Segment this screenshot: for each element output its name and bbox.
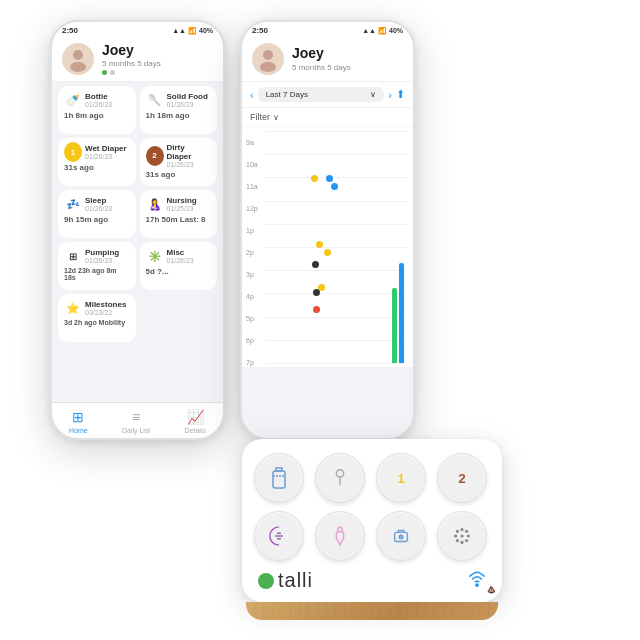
chart-dot	[312, 261, 319, 268]
svg-point-4	[336, 470, 343, 477]
wet-diaper-icon: 1	[64, 143, 82, 161]
activity-row-4: ⊞ Pumping 01/26/23 12d 23h ago 8m 18s ✳️	[58, 242, 217, 290]
chart-nav: ‹ Last 7 Days ∨ › ⬆	[242, 82, 413, 108]
device-bottom-row: talli	[254, 569, 490, 592]
card-bottle: 🍼 Bottle 01/26/23 1h 8m ago	[58, 86, 136, 134]
device-buttons-row1: 1 💧 2 💩	[254, 453, 490, 503]
chart-bar-green	[392, 288, 397, 363]
card-sleep: 💤 Sleep 01/26/23 9h 15m ago	[58, 190, 136, 238]
activity-row-5: ⭐ Milestones 03/23/22 3d 2h ago Mobility	[58, 294, 217, 342]
card-misc: ✳️ Misc 01/26/23 5d ?...	[140, 242, 218, 290]
chart-grid	[266, 131, 407, 363]
bottom-nav: ⊞ Home ≡ Daily List 📈 Details	[52, 402, 223, 438]
profile-name-left: Joey	[102, 43, 213, 58]
svg-point-1	[70, 62, 86, 72]
card-milestones: ⭐ Milestones 03/23/22 3d 2h ago Mobility	[58, 294, 136, 342]
pumping-icon: ⊞	[64, 247, 82, 265]
svg-point-11	[455, 535, 457, 537]
period-selector[interactable]: Last 7 Days ∨	[258, 87, 385, 102]
back-chevron-icon[interactable]: ‹	[250, 89, 254, 101]
device-button-misc[interactable]	[437, 511, 487, 561]
activity-row-1: 🍼 Bottle 01/26/23 1h 8m ago 🥄	[58, 86, 217, 134]
dirty-diaper-icon: 2	[146, 147, 164, 165]
wifi-icon	[468, 570, 486, 592]
device-button-pumping[interactable]	[376, 511, 426, 561]
profile-info-left: Joey 5 months 5 days	[102, 43, 213, 75]
talli-circle-icon	[258, 573, 274, 589]
device-button-bottle[interactable]	[254, 453, 304, 503]
chart-dot	[331, 183, 338, 190]
profile-header-left: Joey 5 months 5 days	[52, 37, 223, 82]
device-button-sleep[interactable]	[254, 511, 304, 561]
talli-logo: talli	[258, 569, 313, 592]
dot-green	[102, 70, 107, 75]
svg-point-17	[476, 583, 478, 585]
nav-daily[interactable]: ≡ Daily List	[122, 409, 150, 434]
nursing-icon: 🤱	[146, 195, 164, 213]
dot-gray	[110, 70, 115, 75]
status-bar-left: 2:50 ▲▲ 📶 40%	[52, 22, 223, 37]
device-wood-base	[246, 602, 498, 620]
profile-info-right: Joey 5 months 5 days	[292, 46, 403, 71]
chart-icon: 📈	[187, 409, 204, 425]
device-button-dirty-diaper[interactable]: 2 💩	[437, 453, 487, 503]
profile-sub-left: 5 months 5 days	[102, 59, 213, 68]
phone-left: 2:50 ▲▲ 📶 40%	[50, 20, 225, 440]
status-icons-right: ▲▲ 📶 40%	[362, 27, 403, 35]
profile-name-right: Joey	[292, 46, 403, 61]
filter-chevron-icon: ∨	[273, 113, 279, 122]
svg-point-14	[466, 540, 468, 542]
sleep-icon: 💤	[64, 195, 82, 213]
bottle-icon: 🍼	[64, 91, 82, 109]
activity-row-2: 1 Wet Diaper 01/26/23 31s ago	[58, 138, 217, 186]
svg-point-15	[457, 540, 459, 542]
profile-sub-right: 5 months 5 days	[292, 63, 403, 72]
card-pumping: ⊞ Pumping 01/26/23 12d 23h ago 8m 18s	[58, 242, 136, 290]
nav-home[interactable]: ⊞ Home	[69, 409, 88, 434]
chart-bar-blue	[399, 263, 404, 363]
device-buttons-row2	[254, 511, 490, 561]
dropdown-chevron-icon: ∨	[370, 90, 376, 99]
avatar-left	[62, 43, 94, 75]
card-wet-diaper: 1 Wet Diaper 01/26/23 31s ago	[58, 138, 136, 186]
svg-point-10	[461, 542, 463, 544]
list-icon: ≡	[132, 409, 140, 425]
svg-point-0	[73, 50, 83, 60]
avatar-right	[252, 43, 284, 75]
chart-dot	[313, 306, 320, 313]
svg-point-13	[457, 531, 459, 533]
chart-dot	[324, 249, 331, 256]
share-icon[interactable]: ⬆	[396, 88, 405, 101]
device-button-spoon[interactable]	[315, 453, 365, 503]
svg-point-16	[466, 531, 468, 533]
profile-header-right: Joey 5 months 5 days	[242, 37, 413, 82]
misc-icon: ✳️	[146, 247, 164, 265]
svg-point-12	[468, 535, 470, 537]
card-dirty-diaper: 2 Dirty Diaper 01/26/23 31s ago	[140, 138, 218, 186]
chart-dot	[313, 289, 320, 296]
chart-dot	[316, 241, 323, 248]
device-button-wet-diaper[interactable]: 1 💧	[376, 453, 426, 503]
card-solid-food: 🥄 Solid Food 01/26/23 1h 18m ago	[140, 86, 218, 134]
forward-chevron-icon[interactable]: ›	[388, 89, 392, 101]
status-icons-left: ▲▲ 📶 40%	[172, 27, 213, 35]
phone-right: 2:50 ▲▲ 📶 40%	[240, 20, 415, 440]
chart-dot	[326, 175, 333, 182]
time-left: 2:50	[62, 26, 78, 35]
home-icon: ⊞	[72, 409, 84, 425]
svg-point-2	[263, 50, 273, 60]
svg-point-9	[461, 529, 463, 531]
svg-point-8	[461, 535, 463, 537]
status-dots-left	[102, 70, 213, 75]
nav-details[interactable]: 📈 Details	[184, 409, 205, 434]
device-button-nursing[interactable]	[315, 511, 365, 561]
activity-row-3: 💤 Sleep 01/26/23 9h 15m ago 🤱	[58, 190, 217, 238]
card-empty	[140, 294, 218, 342]
svg-point-3	[260, 62, 276, 72]
filter-bar: Filter ∨	[242, 108, 413, 127]
time-labels: 9a 10a 11a 12p 1p 2p 3p 4p 5p 6p 7p	[246, 131, 258, 373]
status-bar-right: 2:50 ▲▲ 📶 40%	[242, 22, 413, 37]
milestones-icon: ⭐	[64, 299, 82, 317]
chart-area: 9a 10a 11a 12p 1p 2p 3p 4p 5p 6p 7p	[242, 127, 413, 367]
device-body: 1 💧 2 💩	[242, 439, 502, 602]
